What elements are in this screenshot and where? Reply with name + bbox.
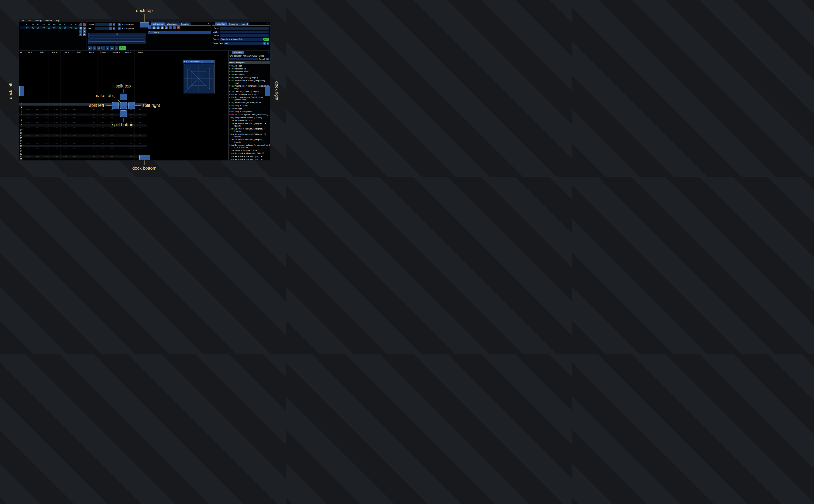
pattern-cell[interactable]: ··· ·· ·· ···· — [134, 124, 146, 126]
song-name-input[interactable] — [220, 27, 269, 30]
metronome-button[interactable]: Δ — [110, 46, 114, 50]
pattern-cell[interactable]: ··· ·· ·· ···· — [134, 114, 146, 116]
song-info-tab[interactable]: Song Info — [215, 22, 227, 25]
menu-item[interactable]: edit — [26, 20, 33, 22]
pattern-cell[interactable]: ··· ·· ·· ···· — [23, 148, 35, 150]
pattern-cell[interactable]: ··· ·· ·· ···· — [84, 116, 97, 118]
effect-row[interactable]: 15xx Set level of operator 4 (0 highest,… — [228, 138, 270, 144]
pattern-cell[interactable]: ··· ·· ·· ···· — [134, 129, 146, 131]
effect-row[interactable]: 0Fxx Set speed (speed 2 if no grooves ex… — [228, 113, 270, 116]
effect-row[interactable]: 06xy Volume slide + portamento (compatib… — [228, 85, 270, 90]
oscilloscope-title-bar[interactable]: ▼ Oscilloscope (X-Y) × — [183, 60, 214, 63]
step-decrease-button[interactable]: - — [109, 27, 112, 30]
pattern-cell[interactable]: ··· ·· ·· ···· — [121, 148, 134, 150]
pattern-cell[interactable]: ··· ·· ·· ···· — [84, 122, 97, 124]
effect-list-tab[interactable]: Effect List — [232, 51, 244, 54]
dock-top-target[interactable] — [140, 22, 149, 27]
system-input[interactable] — [220, 38, 263, 41]
pattern-cell[interactable]: ··· ·· ·· ···· — [109, 119, 121, 121]
pattern-cell[interactable]: ··· ·· ·· ···· — [134, 132, 146, 134]
effect-search-input[interactable] — [229, 58, 258, 60]
pattern-cell[interactable]: ··· ·· ·· ···· — [134, 137, 146, 139]
pattern-cell[interactable]: ··· ·· ·· ···· — [48, 140, 60, 142]
pattern-cell[interactable]: ··· ·· ·· ···· — [60, 132, 72, 134]
pattern-cell[interactable]: ··· ·· ·· ···· — [72, 158, 84, 160]
pattern-cell[interactable]: ··· ·· ·· ···· — [72, 145, 84, 147]
pattern-cell[interactable]: ··· ·· ·· ···· — [23, 127, 35, 129]
pattern-cell[interactable]: ··· ·· ·· ···· — [48, 137, 60, 139]
pattern-cell[interactable]: ··· ·· ·· ···· — [72, 122, 84, 124]
move-order-up-button[interactable]: ∧ — [83, 27, 86, 30]
pattern-cell[interactable]: ··· ·· ·· ···· — [35, 155, 48, 158]
pattern-cell[interactable]: ··· ·· ·· ···· — [84, 155, 97, 158]
pattern-cell[interactable]: ··· ·· ·· ···· — [109, 116, 121, 118]
pattern-cell[interactable]: ··· ·· ·· ···· — [121, 140, 134, 142]
pattern-cell[interactable]: ··· ·· ·· ···· — [35, 148, 48, 150]
pattern-cell[interactable]: ··· ·· ·· ···· — [35, 132, 48, 134]
effect-row[interactable]: 02xx Pitch slide down — [228, 70, 270, 73]
effect-row[interactable]: 0Cxx Retrigger — [228, 107, 270, 110]
pattern-cell[interactable]: ··· ·· ·· ···· — [109, 135, 121, 137]
effect-row[interactable]: 01xx Pitch slide up — [228, 67, 270, 70]
pattern-cell[interactable]: ··· ·· ·· ···· — [48, 150, 60, 152]
pattern-cell[interactable]: ··· ·· ·· ···· — [23, 119, 35, 121]
pattern-cell[interactable]: ··· ·· ·· ···· — [23, 142, 35, 144]
pattern-cell[interactable]: ··· ·· ·· ···· — [109, 153, 121, 155]
pattern-cell[interactable]: ··· ·· ·· ···· — [97, 137, 109, 139]
pattern-cell[interactable]: ··· ·· ·· ···· — [60, 103, 72, 105]
pattern-cell[interactable]: ··· ·· ·· ···· — [97, 142, 109, 144]
open-instrument-button[interactable] — [156, 26, 160, 29]
pattern-cell[interactable]: ··· ·· ·· ···· — [134, 135, 146, 137]
effect-row[interactable]: 19xx Set attack of all operators (0 to 1… — [228, 152, 270, 155]
menu-item[interactable]: help — [54, 20, 61, 22]
pattern-cell[interactable]: ··· ·· ·· ···· — [72, 114, 84, 116]
system-auto-button[interactable]: Auto — [263, 38, 269, 41]
pattern-cell[interactable]: ··· ·· ·· ···· — [48, 111, 60, 113]
pattern-cell[interactable]: ··· ·· ·· ···· — [60, 158, 72, 160]
pattern-cell[interactable]: ··· ·· ·· ···· — [23, 140, 35, 142]
asset-tab[interactable]: Wavetables — [165, 22, 179, 25]
pattern-cell[interactable]: ··· ·· ·· ···· — [84, 124, 97, 126]
pattern-row[interactable]: 10··· ·· ·· ······· ·· ·· ······· ·· ·· … — [19, 129, 147, 132]
channel-header[interactable]: FM 1 — [24, 51, 36, 54]
pattern-cell[interactable]: ··· ·· ·· ···· — [97, 148, 109, 150]
octave-increase-button[interactable]: + — [113, 23, 115, 26]
split-right-target[interactable] — [128, 102, 135, 109]
pattern-cell[interactable]: ··· ·· ·· ···· — [84, 140, 97, 142]
pattern-cell[interactable]: ··· ·· ·· ···· — [60, 111, 72, 113]
pattern-row[interactable]: 13··· ·· ·· ······· ·· ·· ······· ·· ·· … — [19, 137, 147, 139]
close-icon[interactable]: × — [267, 22, 269, 25]
pattern-cell[interactable]: ··· ·· ·· ···· — [35, 103, 48, 105]
pattern-cell[interactable]: ··· ·· ·· ···· — [84, 158, 97, 160]
pattern-cell[interactable]: ··· ·· ·· ···· — [134, 122, 146, 124]
follow-pattern-checkbox[interactable]: ✓ — [118, 27, 121, 30]
move-instrument-down-button[interactable]: ↓ — [173, 26, 176, 29]
pattern-cell[interactable]: ··· ·· ·· ···· — [84, 114, 97, 116]
pattern-cell[interactable]: ··· ·· ·· ···· — [109, 155, 121, 158]
pattern-cell[interactable]: ··· ·· ·· ···· — [23, 109, 35, 111]
order-cell[interactable]: 00 — [41, 27, 46, 29]
pattern-cell[interactable]: ··· ·· ·· ···· — [60, 129, 72, 131]
delete-instrument-button[interactable]: × — [177, 26, 180, 29]
pattern-cell[interactable]: ··· ·· ·· ···· — [23, 129, 35, 131]
dock-right-target[interactable] — [265, 86, 270, 96]
pattern-cell[interactable]: ··· ·· ·· ···· — [72, 155, 84, 158]
pattern-cell[interactable]: ··· ·· ·· ···· — [48, 153, 60, 155]
pattern-cell[interactable]: ··· ·· ·· ···· — [97, 132, 109, 134]
pattern-cell[interactable]: ··· ·· ·· ···· — [109, 142, 121, 144]
pattern-cell[interactable]: ··· ·· ·· ···· — [134, 116, 146, 118]
effect-row[interactable]: 07xy Tremolo (x: speed; y: depth) — [228, 90, 270, 93]
tuning-input[interactable] — [224, 42, 263, 45]
pattern-cell[interactable]: ··· ·· ·· ···· — [48, 122, 60, 124]
pattern-cell[interactable]: ··· ·· ·· ···· — [23, 111, 35, 113]
pattern-cell[interactable]: ··· ·· ·· ···· — [23, 155, 35, 158]
pattern-cell[interactable]: ··· ·· ·· ···· — [35, 140, 48, 142]
pattern-cell[interactable]: ··· ·· ·· ···· — [97, 111, 109, 113]
order-cell[interactable]: 00 — [25, 27, 30, 29]
pattern-cell[interactable]: ··· ·· ·· ···· — [84, 150, 97, 152]
pattern-cell[interactable]: ··· ·· ·· ···· — [121, 132, 134, 134]
pattern-cell[interactable]: ··· ·· ·· ···· — [72, 124, 84, 126]
close-icon[interactable]: × — [207, 22, 210, 25]
instrument-folder-view-button[interactable] — [165, 26, 168, 29]
order-cell[interactable]: 00 — [57, 27, 62, 29]
